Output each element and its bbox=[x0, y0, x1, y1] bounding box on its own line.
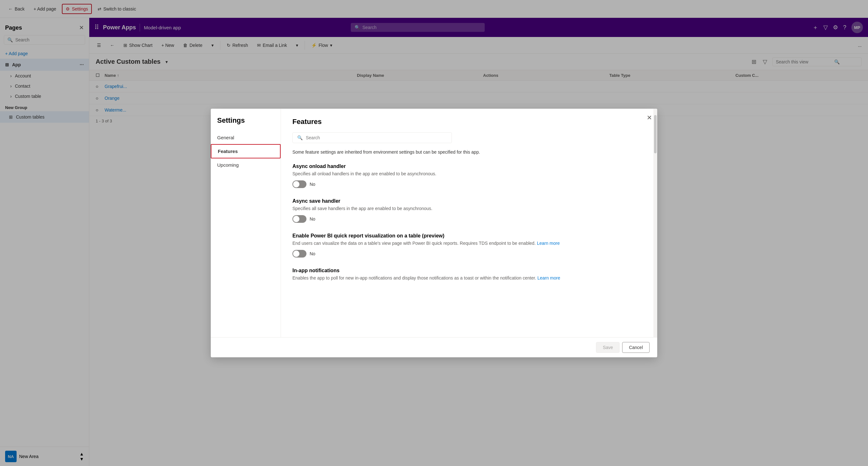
powerbi-toggle[interactable] bbox=[292, 250, 306, 258]
feature-desc: Specifies all save handlers in the app a… bbox=[292, 205, 642, 212]
modal-footer: Save Cancel bbox=[211, 337, 657, 357]
toggle-label: No bbox=[310, 182, 315, 187]
feature-desc: End users can visualize the data on a ta… bbox=[292, 240, 642, 247]
settings-title: Settings bbox=[211, 116, 281, 131]
toggle-label: No bbox=[310, 251, 315, 256]
feature-powerbi: Enable Power BI quick report visualizati… bbox=[292, 233, 642, 258]
search-icon: 🔍 bbox=[297, 135, 303, 140]
modal-scrollbar[interactable] bbox=[653, 109, 657, 337]
settings-modal: ✕ Settings General Features Upcoming Fea… bbox=[211, 109, 657, 357]
save-button[interactable]: Save bbox=[596, 342, 620, 353]
feature-async-save: Async save handler Specifies all save ha… bbox=[292, 198, 642, 223]
async-onload-toggle[interactable] bbox=[292, 180, 306, 188]
settings-sidebar: Settings General Features Upcoming bbox=[211, 109, 281, 337]
learn-more-link-notifications[interactable]: Learn more bbox=[537, 275, 560, 280]
toggle-row: No bbox=[292, 180, 642, 188]
cancel-button[interactable]: Cancel bbox=[622, 342, 650, 353]
toggle-row: No bbox=[292, 215, 642, 223]
feature-async-onload: Async onload handler Specifies all onloa… bbox=[292, 164, 642, 188]
toggle-knob bbox=[293, 216, 300, 222]
settings-nav-upcoming[interactable]: Upcoming bbox=[211, 158, 281, 171]
toggle-label: No bbox=[310, 217, 315, 222]
toggle-knob bbox=[293, 181, 300, 188]
settings-nav-general[interactable]: General bbox=[211, 131, 281, 144]
toggle-row: No bbox=[292, 250, 642, 258]
feature-name: In-app notifications bbox=[292, 268, 642, 273]
settings-content: Features 🔍 Some feature settings are inh… bbox=[281, 109, 653, 337]
feature-name: Async save handler bbox=[292, 198, 642, 204]
feature-name: Async onload handler bbox=[292, 164, 642, 169]
feature-name: Enable Power BI quick report visualizati… bbox=[292, 233, 642, 239]
toggle-knob bbox=[293, 251, 300, 257]
modal-close-button[interactable]: ✕ bbox=[647, 114, 652, 122]
settings-search-input[interactable] bbox=[306, 135, 447, 140]
feature-desc: Specifies all onload handlers in the app… bbox=[292, 170, 642, 177]
learn-more-link-powerbi[interactable]: Learn more bbox=[537, 241, 560, 246]
feature-in-app-notifications: In-app notifications Enables the app to … bbox=[292, 268, 642, 281]
settings-nav-features[interactable]: Features bbox=[211, 144, 281, 158]
settings-section-title: Features bbox=[292, 118, 642, 126]
settings-description: Some feature settings are inherited from… bbox=[292, 149, 642, 155]
async-save-toggle[interactable] bbox=[292, 215, 306, 223]
feature-desc: Enables the app to poll for new in-app n… bbox=[292, 275, 642, 281]
settings-search-container: 🔍 bbox=[292, 132, 452, 143]
scrollbar-thumb bbox=[654, 115, 657, 153]
modal-body: Settings General Features Upcoming Featu… bbox=[211, 109, 657, 337]
modal-overlay: ✕ Settings General Features Upcoming Fea… bbox=[0, 0, 868, 466]
